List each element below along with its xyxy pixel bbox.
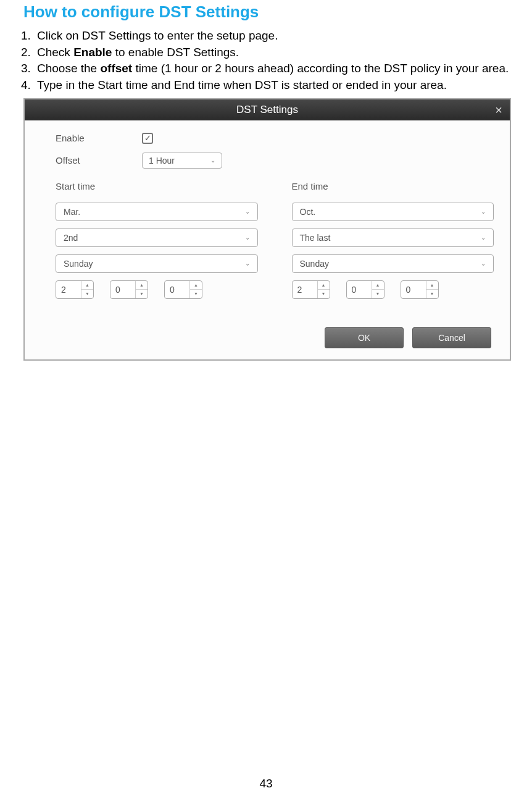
arrow-up-icon[interactable]: ▲ bbox=[81, 281, 93, 290]
offset-label: Offset bbox=[56, 155, 142, 166]
step-item: Choose the offset time (1 hour or 2 hour… bbox=[34, 61, 520, 77]
dialog-body: Enable ✓ Offset 1 Hour ⌄ Start time Mar.… bbox=[25, 120, 510, 359]
arrow-up-icon[interactable]: ▲ bbox=[318, 281, 330, 290]
arrow-down-icon[interactable]: ▼ bbox=[81, 290, 93, 298]
dialog-buttons: OK Cancel bbox=[56, 327, 494, 348]
spinner-value: 0 bbox=[347, 285, 372, 295]
arrow-up-icon[interactable]: ▲ bbox=[372, 281, 384, 290]
spinner-arrows[interactable]: ▲▼ bbox=[426, 281, 438, 298]
enable-checkbox[interactable]: ✓ bbox=[142, 133, 153, 144]
spinner-value: 2 bbox=[56, 285, 81, 295]
spinner-value: 0 bbox=[165, 285, 189, 295]
end-time-label: End time bbox=[292, 181, 494, 191]
select-value: The last bbox=[300, 233, 331, 243]
select-value: Mar. bbox=[64, 207, 80, 217]
close-icon[interactable]: × bbox=[495, 103, 502, 117]
page-title: How to configure DST Settings bbox=[23, 2, 520, 22]
chevron-down-icon: ⌄ bbox=[245, 260, 250, 267]
dialog-titlebar: DST Settings × bbox=[25, 99, 510, 120]
chevron-down-icon: ⌄ bbox=[481, 208, 486, 215]
end-hour-spinner[interactable]: 2▲▼ bbox=[292, 280, 330, 299]
step-item: Check Enable to enable DST Settings. bbox=[34, 44, 520, 61]
start-column: Start time Mar.⌄ 2nd⌄ Sunday⌄ 2▲▼ 0▲▼ 0▲… bbox=[56, 177, 258, 299]
spinner-arrows[interactable]: ▲▼ bbox=[81, 281, 93, 298]
select-value: Oct. bbox=[300, 207, 316, 217]
arrow-down-icon[interactable]: ▼ bbox=[426, 290, 438, 298]
dialog-title: DST Settings bbox=[236, 104, 298, 116]
page-number: 43 bbox=[0, 777, 532, 790]
enable-label: Enable bbox=[56, 133, 142, 143]
arrow-up-icon[interactable]: ▲ bbox=[136, 281, 148, 290]
select-value: Sunday bbox=[300, 259, 329, 269]
start-min-spinner[interactable]: 0▲▼ bbox=[110, 280, 148, 299]
step-text: time (1 hour or 2 hours ahead) according… bbox=[132, 62, 509, 75]
spinner-value: 2 bbox=[293, 285, 317, 295]
end-min-spinner[interactable]: 0▲▼ bbox=[346, 280, 384, 299]
chevron-down-icon: ⌄ bbox=[245, 234, 250, 241]
step-list: Click on DST Settings to enter the setup… bbox=[12, 28, 520, 93]
end-sec-spinner[interactable]: 0▲▼ bbox=[401, 280, 439, 299]
end-month-select[interactable]: Oct.⌄ bbox=[292, 203, 494, 221]
chevron-down-icon: ⌄ bbox=[481, 260, 486, 267]
step-text: Click on DST Settings to enter the setup… bbox=[37, 29, 278, 42]
arrow-up-icon[interactable]: ▲ bbox=[426, 281, 438, 290]
end-week-select[interactable]: The last⌄ bbox=[292, 228, 494, 247]
start-hour-spinner[interactable]: 2▲▼ bbox=[56, 280, 94, 299]
end-day-select[interactable]: Sunday⌄ bbox=[292, 254, 494, 273]
offset-select[interactable]: 1 Hour ⌄ bbox=[142, 153, 222, 169]
spinner-value: 0 bbox=[110, 285, 135, 295]
step-text: Type in the Start time and End time when… bbox=[37, 78, 447, 91]
step-text: Choose the bbox=[37, 62, 100, 75]
offset-row: Offset 1 Hour ⌄ bbox=[56, 153, 494, 169]
arrow-down-icon[interactable]: ▼ bbox=[190, 290, 202, 298]
start-week-select[interactable]: 2nd⌄ bbox=[56, 228, 258, 247]
step-item: Type in the Start time and End time when… bbox=[34, 77, 520, 93]
start-day-select[interactable]: Sunday⌄ bbox=[56, 254, 258, 273]
start-sec-spinner[interactable]: 0▲▼ bbox=[164, 280, 202, 299]
ok-button[interactable]: OK bbox=[325, 327, 404, 348]
select-value: 2nd bbox=[64, 233, 78, 243]
spinner-arrows[interactable]: ▲▼ bbox=[135, 281, 148, 298]
spinner-arrows[interactable]: ▲▼ bbox=[189, 281, 202, 298]
step-text: to enable DST Settings. bbox=[112, 46, 239, 59]
start-month-select[interactable]: Mar.⌄ bbox=[56, 203, 258, 221]
arrow-down-icon[interactable]: ▼ bbox=[136, 290, 148, 298]
time-columns: Start time Mar.⌄ 2nd⌄ Sunday⌄ 2▲▼ 0▲▼ 0▲… bbox=[56, 177, 494, 299]
chevron-down-icon: ⌄ bbox=[245, 208, 250, 215]
arrow-up-icon[interactable]: ▲ bbox=[190, 281, 202, 290]
step-bold: Enable bbox=[73, 46, 112, 59]
chevron-down-icon: ⌄ bbox=[210, 157, 215, 164]
arrow-down-icon[interactable]: ▼ bbox=[318, 290, 330, 298]
select-value: Sunday bbox=[64, 259, 93, 269]
offset-value: 1 Hour bbox=[149, 156, 175, 166]
screenshot-dialog: DST Settings × Enable ✓ Offset 1 Hour ⌄ … bbox=[23, 98, 511, 361]
step-text: Check bbox=[37, 46, 73, 59]
end-spinners: 2▲▼ 0▲▼ 0▲▼ bbox=[292, 280, 494, 299]
step-bold: offset bbox=[100, 62, 132, 75]
end-column: End time Oct.⌄ The last⌄ Sunday⌄ 2▲▼ 0▲▼… bbox=[292, 177, 494, 299]
spinner-arrows[interactable]: ▲▼ bbox=[372, 281, 384, 298]
start-spinners: 2▲▼ 0▲▼ 0▲▼ bbox=[56, 280, 258, 299]
spinner-value: 0 bbox=[401, 285, 426, 295]
arrow-down-icon[interactable]: ▼ bbox=[372, 290, 384, 298]
enable-row: Enable ✓ bbox=[56, 133, 494, 144]
start-time-label: Start time bbox=[56, 181, 258, 191]
cancel-button[interactable]: Cancel bbox=[412, 327, 491, 348]
spinner-arrows[interactable]: ▲▼ bbox=[317, 281, 330, 298]
step-item: Click on DST Settings to enter the setup… bbox=[34, 28, 520, 44]
chevron-down-icon: ⌄ bbox=[481, 234, 486, 241]
